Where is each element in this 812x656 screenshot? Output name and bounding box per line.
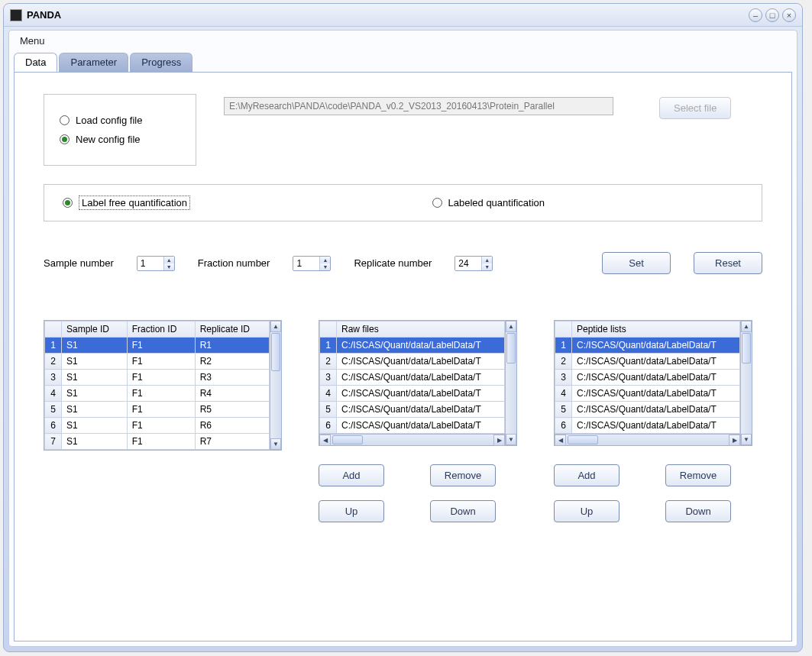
scrollbar-thumb[interactable] [568,435,598,444]
select-file-button[interactable]: Select file [659,97,731,119]
row-index: 3 [45,370,62,386]
peptide-lists-table[interactable]: Peptide lists 1 C:/ISCAS/Quant/data/Labe… [554,320,752,446]
radio-label-free[interactable]: Label free quantification [63,196,190,210]
table-row[interactable]: 5 S1 F1 R5 [45,402,270,418]
spinner-up-icon[interactable]: ▲ [482,257,492,263]
vertical-scrollbar[interactable]: ▲ ▼ [270,321,281,450]
peptide-up-button[interactable]: Up [554,500,620,522]
app-icon [10,9,22,21]
sample-number-spinner[interactable]: ▲▼ [137,256,175,271]
window-title: PANDA [27,9,61,21]
radio-load-config[interactable]: Load config file [60,115,180,126]
fraction-number-spinner[interactable]: ▲▼ [293,256,331,271]
table-row[interactable]: 6 C:/ISCAS/Quant/data/LabelData/T [320,418,505,434]
scroll-left-icon[interactable]: ◀ [555,435,566,446]
table-row[interactable]: 7 S1 F1 R7 [45,434,270,450]
table-header-replicate-id[interactable]: Replicate ID [195,322,269,338]
scrollbar-thumb[interactable] [271,333,280,371]
table-row[interactable]: 4 C:/ISCAS/Quant/data/LabelData/T [320,386,505,402]
tab-progress[interactable]: Progress [130,53,192,72]
radio-labeled[interactable]: Labeled quantification [432,197,545,208]
close-button[interactable]: × [782,8,796,22]
peptide-add-button[interactable]: Add [554,464,620,486]
scrollbar-thumb[interactable] [742,333,751,364]
spinner-up-icon[interactable]: ▲ [320,257,330,263]
quantification-groupbox: Label free quantification Labeled quanti… [44,184,762,221]
raw-down-button[interactable]: Down [430,500,496,522]
horizontal-scrollbar[interactable]: ◀ ▶ [319,434,505,445]
scroll-left-icon[interactable]: ◀ [319,435,331,446]
table-row[interactable]: 2 C:/ISCAS/Quant/data/LabelData/T [555,354,740,370]
scroll-down-icon[interactable]: ▼ [270,438,281,450]
radio-new-config-label: New config file [76,134,141,145]
replicate-number-input[interactable] [455,257,481,270]
table-row[interactable]: 1 C:/ISCAS/Quant/data/LabelData/T [320,338,505,354]
table-row[interactable]: 2 C:/ISCAS/Quant/data/LabelData/T [320,354,505,370]
table-row[interactable]: 3 C:/ISCAS/Quant/data/LabelData/T [555,370,740,386]
table-row[interactable]: 3 S1 F1 R3 [45,370,270,386]
spinner-down-icon[interactable]: ▼ [164,263,174,270]
table-row[interactable]: 6 C:/ISCAS/Quant/data/LabelData/T [555,418,740,434]
cell-fraction-id: F1 [127,338,195,354]
table-row[interactable]: 4 S1 F1 R4 [45,386,270,402]
fraction-number-input[interactable] [293,257,319,270]
scroll-down-icon[interactable]: ▼ [741,434,752,445]
scrollbar-thumb[interactable] [332,435,363,444]
spinner-up-icon[interactable]: ▲ [164,257,174,263]
replicate-number-spinner[interactable]: ▲▼ [455,256,493,271]
tab-data[interactable]: Data [14,53,57,72]
row-index: 4 [555,386,572,402]
table-row[interactable]: 1 C:/ISCAS/Quant/data/LabelData/T [555,338,740,354]
table-row[interactable]: 2 S1 F1 R2 [45,354,270,370]
maximize-button[interactable]: □ [765,8,779,22]
table-header-index [555,322,572,338]
config-groupbox: Load config file New config file [44,94,196,166]
scroll-right-icon[interactable]: ▶ [729,435,740,446]
table-header-peptide-lists[interactable]: Peptide lists [572,322,740,338]
tab-pane-data: Load config file New config file E:\MyRe… [14,72,792,641]
menu-item-menu[interactable]: Menu [20,35,45,47]
samples-table[interactable]: Sample ID Fraction ID Replicate ID 1 S1 … [44,320,282,451]
scroll-down-icon[interactable]: ▼ [506,434,516,445]
radio-new-config[interactable]: New config file [60,134,180,145]
sample-number-input[interactable] [137,257,163,270]
spinner-down-icon[interactable]: ▼ [320,263,330,270]
scroll-up-icon[interactable]: ▲ [741,321,752,332]
table-row[interactable]: 5 C:/ISCAS/Quant/data/LabelData/T [320,402,505,418]
cell-replicate-id: R5 [195,402,269,418]
config-path-input[interactable]: E:\MyResearch\PANDA\code\PANDA_v0.2_VS20… [224,97,613,115]
horizontal-scrollbar[interactable]: ◀ ▶ [555,434,740,445]
scroll-up-icon[interactable]: ▲ [506,321,516,332]
scrollbar-thumb[interactable] [506,333,516,364]
spinner-down-icon[interactable]: ▼ [482,263,492,270]
table-row[interactable]: 6 S1 F1 R6 [45,418,270,434]
set-button[interactable]: Set [602,252,671,274]
minimize-button[interactable]: – [749,8,762,22]
peptide-remove-button[interactable]: Remove [665,464,731,486]
table-row[interactable]: 5 C:/ISCAS/Quant/data/LabelData/T [555,402,740,418]
cell-sample-id: S1 [62,370,128,386]
table-header-fraction-id[interactable]: Fraction ID [127,322,195,338]
table-row[interactable]: 1 S1 F1 R1 [45,338,270,354]
table-row[interactable]: 4 C:/ISCAS/Quant/data/LabelData/T [555,386,740,402]
reset-button[interactable]: Reset [694,252,762,274]
vertical-scrollbar[interactable]: ▲ ▼ [505,321,516,445]
table-header-index [45,322,62,338]
tab-parameter[interactable]: Parameter [59,53,128,72]
vertical-scrollbar[interactable]: ▲ ▼ [740,321,752,445]
row-index: 5 [320,402,337,418]
raw-up-button[interactable]: Up [319,500,384,522]
content-area: Menu Data Parameter Progress Load config… [8,30,797,647]
scroll-right-icon[interactable]: ▶ [493,435,505,446]
scroll-up-icon[interactable]: ▲ [270,321,281,332]
raw-remove-button[interactable]: Remove [430,464,496,486]
table-header-raw-files[interactable]: Raw files [337,322,505,338]
raw-add-button[interactable]: Add [319,464,384,486]
row-index: 1 [555,338,572,354]
radio-load-config-label: Load config file [76,115,142,126]
row-index: 4 [320,386,337,402]
table-row[interactable]: 3 C:/ISCAS/Quant/data/LabelData/T [320,370,505,386]
peptide-down-button[interactable]: Down [665,500,731,522]
table-header-sample-id[interactable]: Sample ID [62,322,128,338]
raw-files-table[interactable]: Raw files 1 C:/ISCAS/Quant/data/LabelDat… [319,320,517,446]
